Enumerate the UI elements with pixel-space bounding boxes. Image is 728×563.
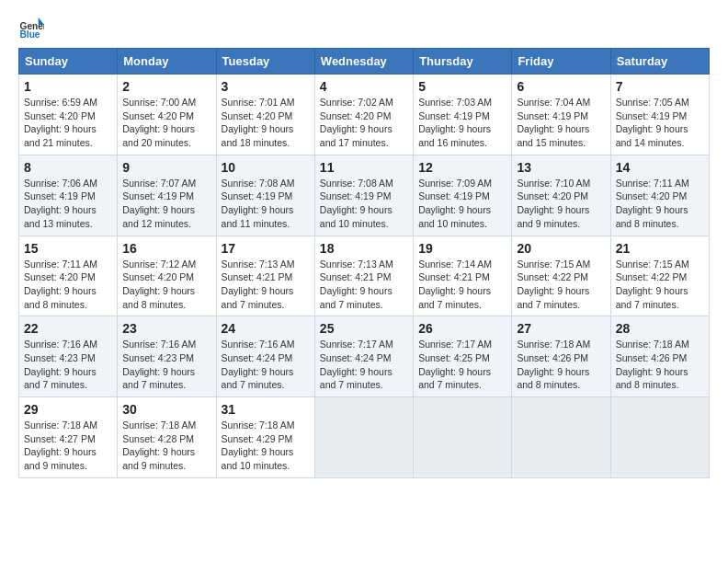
calendar-cell: 17 Sunrise: 7:13 AM Sunset: 4:21 PM Dayl… [216,236,314,316]
day-info: Sunrise: 7:05 AM Sunset: 4:19 PM Dayligh… [616,96,704,150]
day-info: Sunrise: 7:07 AM Sunset: 4:19 PM Dayligh… [122,177,210,231]
day-number: 25 [320,321,408,336]
calendar-cell: 29 Sunrise: 7:18 AM Sunset: 4:27 PM Dayl… [19,397,118,478]
day-number: 31 [222,402,310,417]
day-info: Sunrise: 7:03 AM Sunset: 4:19 PM Dayligh… [418,96,506,150]
calendar-cell: 14 Sunrise: 7:11 AM Sunset: 4:20 PM Dayl… [610,155,709,236]
day-info: Sunrise: 7:12 AM Sunset: 4:20 PM Dayligh… [122,258,210,312]
col-header-sunday: Sunday [19,49,118,75]
day-number: 20 [517,241,605,256]
calendar-cell: 25 Sunrise: 7:17 AM Sunset: 4:24 PM Dayl… [314,316,413,397]
day-number: 12 [418,160,506,175]
svg-text:Blue: Blue [20,29,40,40]
day-info: Sunrise: 7:08 AM Sunset: 4:19 PM Dayligh… [222,177,310,231]
calendar-cell: 5 Sunrise: 7:03 AM Sunset: 4:19 PM Dayli… [414,75,512,155]
day-number: 23 [122,321,210,336]
day-info: Sunrise: 7:13 AM Sunset: 4:21 PM Dayligh… [222,258,310,312]
day-info: Sunrise: 7:18 AM Sunset: 4:28 PM Dayligh… [122,419,210,473]
day-number: 18 [320,241,408,256]
calendar-header: SundayMondayTuesdayWednesdayThursdayFrid… [19,49,710,75]
day-number: 7 [616,79,704,94]
col-header-wednesday: Wednesday [314,49,413,75]
day-number: 2 [122,79,210,94]
calendar-cell: 3 Sunrise: 7:01 AM Sunset: 4:20 PM Dayli… [216,75,314,155]
calendar-cell: 28 Sunrise: 7:18 AM Sunset: 4:26 PM Dayl… [610,316,709,397]
day-info: Sunrise: 7:08 AM Sunset: 4:19 PM Dayligh… [320,177,408,231]
calendar-cell: 19 Sunrise: 7:14 AM Sunset: 4:21 PM Dayl… [414,236,512,316]
col-header-monday: Monday [118,49,216,75]
calendar-cell [512,397,610,478]
day-info: Sunrise: 7:18 AM Sunset: 4:29 PM Dayligh… [222,419,310,473]
calendar-week-3: 15 Sunrise: 7:11 AM Sunset: 4:20 PM Dayl… [19,236,710,316]
day-info: Sunrise: 7:04 AM Sunset: 4:19 PM Dayligh… [517,96,605,150]
calendar-cell: 30 Sunrise: 7:18 AM Sunset: 4:28 PM Dayl… [118,397,216,478]
day-info: Sunrise: 7:18 AM Sunset: 4:26 PM Dayligh… [517,338,605,392]
day-number: 4 [320,79,408,94]
calendar-cell: 15 Sunrise: 7:11 AM Sunset: 4:20 PM Dayl… [19,236,118,316]
day-info: Sunrise: 7:16 AM Sunset: 4:23 PM Dayligh… [24,338,112,392]
day-info: Sunrise: 7:06 AM Sunset: 4:19 PM Dayligh… [24,177,112,231]
calendar-week-4: 22 Sunrise: 7:16 AM Sunset: 4:23 PM Dayl… [19,316,710,397]
calendar-cell [314,397,413,478]
calendar-cell: 18 Sunrise: 7:13 AM Sunset: 4:21 PM Dayl… [314,236,413,316]
calendar-cell: 8 Sunrise: 7:06 AM Sunset: 4:19 PM Dayli… [19,155,118,236]
day-number: 8 [24,160,112,175]
calendar-cell [610,397,709,478]
calendar-cell: 22 Sunrise: 7:16 AM Sunset: 4:23 PM Dayl… [19,316,118,397]
day-number: 11 [320,160,408,175]
day-number: 22 [24,321,112,336]
day-number: 3 [222,79,310,94]
day-number: 13 [517,160,605,175]
logo-icon: General Blue [18,15,44,40]
day-number: 10 [222,160,310,175]
col-header-tuesday: Tuesday [216,49,314,75]
day-number: 17 [222,241,310,256]
calendar-week-2: 8 Sunrise: 7:06 AM Sunset: 4:19 PM Dayli… [19,155,710,236]
calendar-week-5: 29 Sunrise: 7:18 AM Sunset: 4:27 PM Dayl… [19,397,710,478]
day-info: Sunrise: 7:17 AM Sunset: 4:24 PM Dayligh… [320,338,408,392]
day-number: 9 [122,160,210,175]
calendar-cell: 2 Sunrise: 7:00 AM Sunset: 4:20 PM Dayli… [118,75,216,155]
calendar-cell: 1 Sunrise: 6:59 AM Sunset: 4:20 PM Dayli… [19,75,118,155]
col-header-thursday: Thursday [414,49,512,75]
calendar-cell: 16 Sunrise: 7:12 AM Sunset: 4:20 PM Dayl… [118,236,216,316]
calendar-cell: 12 Sunrise: 7:09 AM Sunset: 4:19 PM Dayl… [414,155,512,236]
day-number: 29 [24,402,112,417]
calendar-cell: 26 Sunrise: 7:17 AM Sunset: 4:25 PM Dayl… [414,316,512,397]
col-header-saturday: Saturday [610,49,709,75]
day-number: 28 [616,321,704,336]
day-info: Sunrise: 7:17 AM Sunset: 4:25 PM Dayligh… [418,338,506,392]
day-info: Sunrise: 7:16 AM Sunset: 4:24 PM Dayligh… [222,338,310,392]
logo: General Blue [18,15,44,40]
day-number: 26 [418,321,506,336]
calendar-cell: 13 Sunrise: 7:10 AM Sunset: 4:20 PM Dayl… [512,155,610,236]
day-number: 15 [24,241,112,256]
day-number: 1 [24,79,112,94]
calendar-cell: 31 Sunrise: 7:18 AM Sunset: 4:29 PM Dayl… [216,397,314,478]
page-header: General Blue [18,15,710,40]
calendar-cell: 4 Sunrise: 7:02 AM Sunset: 4:20 PM Dayli… [314,75,413,155]
calendar-cell [414,397,512,478]
day-number: 30 [122,402,210,417]
calendar-week-1: 1 Sunrise: 6:59 AM Sunset: 4:20 PM Dayli… [19,75,710,155]
day-info: Sunrise: 7:18 AM Sunset: 4:27 PM Dayligh… [24,419,112,473]
calendar-cell: 27 Sunrise: 7:18 AM Sunset: 4:26 PM Dayl… [512,316,610,397]
day-info: Sunrise: 7:00 AM Sunset: 4:20 PM Dayligh… [122,96,210,150]
calendar-cell: 23 Sunrise: 7:16 AM Sunset: 4:23 PM Dayl… [118,316,216,397]
calendar-table: SundayMondayTuesdayWednesdayThursdayFrid… [18,48,710,478]
day-number: 14 [616,160,704,175]
day-info: Sunrise: 7:09 AM Sunset: 4:19 PM Dayligh… [418,177,506,231]
day-info: Sunrise: 7:01 AM Sunset: 4:20 PM Dayligh… [222,96,310,150]
day-number: 21 [616,241,704,256]
day-number: 24 [222,321,310,336]
calendar-cell: 9 Sunrise: 7:07 AM Sunset: 4:19 PM Dayli… [118,155,216,236]
day-info: Sunrise: 7:15 AM Sunset: 4:22 PM Dayligh… [517,258,605,312]
day-info: Sunrise: 7:11 AM Sunset: 4:20 PM Dayligh… [616,177,704,231]
day-number: 6 [517,79,605,94]
day-info: Sunrise: 7:11 AM Sunset: 4:20 PM Dayligh… [24,258,112,312]
day-info: Sunrise: 7:02 AM Sunset: 4:20 PM Dayligh… [320,96,408,150]
calendar-cell: 24 Sunrise: 7:16 AM Sunset: 4:24 PM Dayl… [216,316,314,397]
calendar-cell: 20 Sunrise: 7:15 AM Sunset: 4:22 PM Dayl… [512,236,610,316]
calendar-cell: 11 Sunrise: 7:08 AM Sunset: 4:19 PM Dayl… [314,155,413,236]
day-info: Sunrise: 7:16 AM Sunset: 4:23 PM Dayligh… [122,338,210,392]
